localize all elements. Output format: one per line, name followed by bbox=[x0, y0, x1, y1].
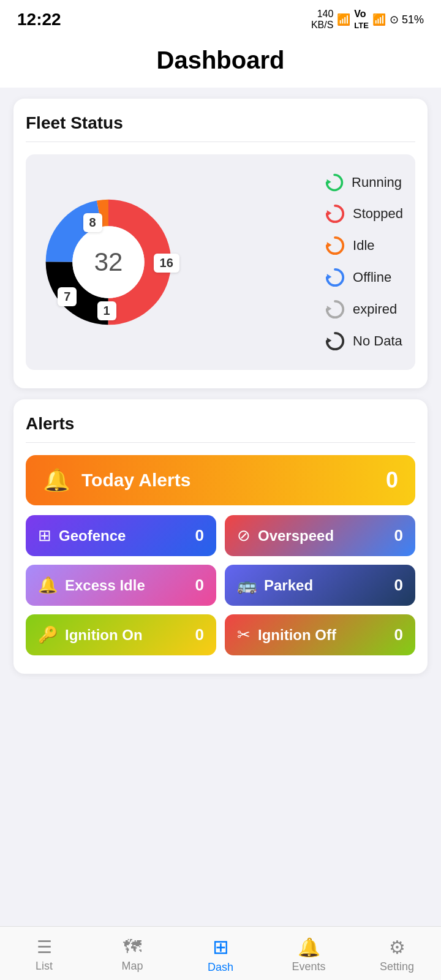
svg-marker-8 bbox=[327, 274, 332, 279]
expired-icon bbox=[325, 299, 345, 320]
legend-idle-label: Idle bbox=[353, 238, 374, 254]
nav-list[interactable]: ☰ List bbox=[0, 937, 88, 973]
badge-running: 16 bbox=[154, 254, 179, 273]
status-time: 12:22 bbox=[17, 10, 61, 29]
today-alerts-count: 0 bbox=[386, 467, 398, 493]
fleet-legend: Running Stopped Idle bbox=[325, 173, 403, 352]
events-nav-label: Events bbox=[292, 960, 325, 973]
alerts-card: Alerts 🔔 Today Alerts 0 ⊞ Geofence 0 ⊘ O… bbox=[13, 399, 428, 674]
nodata-icon bbox=[325, 331, 345, 352]
svg-marker-7 bbox=[327, 242, 332, 247]
legend-expired: expired bbox=[325, 299, 403, 320]
signal-icon: 📶 bbox=[372, 13, 386, 26]
nav-dash[interactable]: ⊞ Dash bbox=[176, 935, 265, 974]
ignition-on-icon: 🔑 bbox=[38, 625, 58, 644]
legend-nodata-label: No Data bbox=[353, 333, 402, 349]
bottom-nav: ☰ List 🗺 Map ⊞ Dash 🔔 Events ⚙ Setting bbox=[0, 926, 441, 980]
dash-nav-label: Dash bbox=[208, 961, 233, 974]
list-nav-label: List bbox=[36, 960, 53, 973]
events-nav-icon: 🔔 bbox=[298, 937, 320, 958]
excess-idle-button[interactable]: 🔔 Excess Idle 0 bbox=[26, 565, 216, 606]
overspeed-count: 0 bbox=[394, 526, 403, 545]
excess-idle-label: Excess Idle bbox=[65, 577, 145, 594]
svg-marker-9 bbox=[327, 306, 332, 311]
stopped-icon bbox=[325, 203, 345, 224]
legend-expired-label: expired bbox=[353, 301, 397, 317]
legend-offline: Offline bbox=[325, 267, 403, 288]
donut-chart: 32 16 8 7 1 bbox=[38, 192, 179, 333]
setting-nav-label: Setting bbox=[380, 960, 414, 973]
nav-map[interactable]: 🗺 Map bbox=[88, 937, 176, 973]
status-icons: 140KB/S 📶 VoLTE 📶 ⊙ 51% bbox=[311, 9, 424, 31]
map-nav-label: Map bbox=[121, 960, 143, 973]
legend-running: Running bbox=[325, 173, 403, 192]
alerts-divider bbox=[26, 442, 415, 443]
ignition-off-button[interactable]: ✂ Ignition Off 0 bbox=[225, 614, 415, 655]
list-nav-icon: ☰ bbox=[37, 937, 52, 957]
fleet-content: 32 16 8 7 1 Running bbox=[26, 154, 415, 370]
ignition-off-icon: ✂ bbox=[237, 625, 251, 644]
status-bar: 12:22 140KB/S 📶 VoLTE 📶 ⊙ 51% bbox=[0, 0, 441, 36]
legend-nodata: No Data bbox=[325, 331, 403, 352]
battery-icon: ⊙ 51% bbox=[390, 13, 424, 26]
legend-running-label: Running bbox=[352, 175, 402, 190]
parked-icon: 🚌 bbox=[237, 576, 257, 595]
overspeed-icon: ⊘ bbox=[237, 526, 251, 545]
svg-marker-5 bbox=[327, 179, 331, 185]
legend-idle: Idle bbox=[325, 235, 403, 256]
today-alert-icon: 🔔 bbox=[43, 467, 70, 493]
offline-icon bbox=[325, 267, 345, 288]
fleet-status-title: Fleet Status bbox=[26, 113, 415, 133]
wifi-icon: 📶 bbox=[337, 13, 350, 26]
legend-offline-label: Offline bbox=[353, 270, 391, 285]
lte-icon: VoLTE bbox=[354, 9, 369, 31]
geofence-icon: ⊞ bbox=[38, 526, 51, 545]
alerts-grid: ⊞ Geofence 0 ⊘ Overspeed 0 🔔 Excess Idle… bbox=[26, 515, 415, 655]
legend-stopped-label: Stopped bbox=[353, 206, 403, 222]
donut-total: 32 bbox=[94, 247, 123, 277]
badge-offline: 7 bbox=[58, 287, 77, 306]
geofence-button[interactable]: ⊞ Geofence 0 bbox=[26, 515, 216, 556]
setting-nav-icon: ⚙ bbox=[389, 937, 405, 958]
svg-marker-6 bbox=[327, 210, 332, 216]
data-speed: 140KB/S bbox=[311, 9, 333, 30]
badge-idle: 1 bbox=[97, 301, 116, 320]
ignition-on-label: Ignition On bbox=[65, 627, 143, 644]
geofence-count: 0 bbox=[195, 526, 204, 545]
idle-icon bbox=[325, 235, 345, 256]
parked-button[interactable]: 🚌 Parked 0 bbox=[225, 565, 415, 606]
nav-events[interactable]: 🔔 Events bbox=[265, 937, 353, 973]
running-icon bbox=[325, 173, 344, 192]
svg-marker-10 bbox=[327, 337, 332, 343]
fleet-status-card: Fleet Status 32 16 8 7 1 bbox=[13, 99, 428, 388]
parked-count: 0 bbox=[394, 576, 403, 595]
page-header: Dashboard bbox=[0, 36, 441, 88]
page-title: Dashboard bbox=[0, 47, 441, 74]
alerts-title: Alerts bbox=[26, 414, 415, 434]
overspeed-button[interactable]: ⊘ Overspeed 0 bbox=[225, 515, 415, 556]
map-nav-icon: 🗺 bbox=[123, 937, 141, 957]
overspeed-label: Overspeed bbox=[258, 527, 334, 545]
ignition-on-count: 0 bbox=[195, 625, 204, 644]
ignition-on-button[interactable]: 🔑 Ignition On 0 bbox=[26, 614, 216, 655]
excess-idle-icon: 🔔 bbox=[38, 576, 58, 595]
parked-label: Parked bbox=[264, 577, 313, 594]
dash-nav-icon: ⊞ bbox=[213, 935, 229, 959]
geofence-label: Geofence bbox=[59, 527, 126, 545]
today-alerts-label: Today Alerts bbox=[81, 470, 190, 491]
legend-stopped: Stopped bbox=[325, 203, 403, 224]
today-alerts-button[interactable]: 🔔 Today Alerts 0 bbox=[26, 455, 415, 505]
nav-setting[interactable]: ⚙ Setting bbox=[353, 937, 441, 973]
divider bbox=[26, 141, 415, 142]
ignition-off-label: Ignition Off bbox=[258, 627, 336, 644]
ignition-off-count: 0 bbox=[394, 625, 403, 644]
excess-idle-count: 0 bbox=[195, 576, 204, 595]
badge-stopped: 8 bbox=[83, 213, 102, 232]
